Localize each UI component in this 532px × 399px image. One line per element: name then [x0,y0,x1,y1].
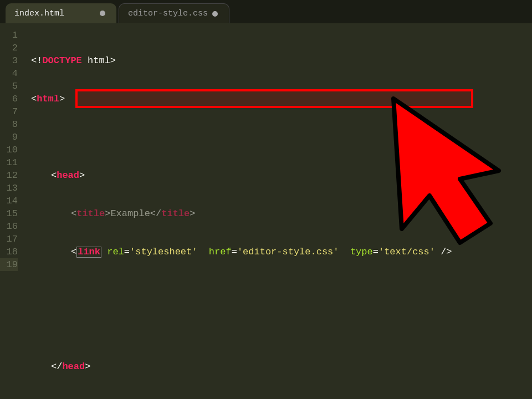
code-line-9: </head> [31,360,532,373]
tab-index-html[interactable]: index.html [6,3,116,23]
editor-pane: 1 2 3 4 5 6 7 8 9 10 11 12 13 14 15 16 1… [0,23,532,399]
code-line-6: <link rel='stylesheet' href='editor-styl… [31,245,532,258]
tab-editor-style-css[interactable]: editor-style.css [119,3,229,23]
line-number: 4 [0,67,18,80]
line-number: 9 [0,131,18,144]
line-number: 3 [0,54,18,67]
code-line-2: <html> [31,93,532,105]
line-number: 13 [0,182,18,195]
dirty-indicator-icon [100,11,105,16]
line-number: 19 [0,258,18,271]
line-number: 1 [0,29,18,42]
line-number: 17 [0,233,18,245]
code-line-7 [31,284,532,296]
line-number: 16 [0,220,18,233]
code-line-1: <!DOCTYPE html> [31,54,532,67]
code-line-5: <title>Example</title> [31,207,532,220]
dirty-indicator-icon [212,11,218,17]
line-number: 18 [0,245,18,258]
line-number: 2 [0,42,18,54]
tab-bar: index.html editor-style.css [0,0,532,23]
tab-label: editor-style.css [128,9,208,18]
code-line-4: <head> [31,169,532,182]
code-line-3 [31,131,532,144]
tab-label: index.html [14,9,64,18]
line-number: 5 [0,80,18,93]
line-number: 10 [0,144,18,156]
line-number: 11 [0,156,18,169]
code-line-8 [31,322,532,335]
line-number: 14 [0,195,18,207]
line-number: 15 [0,207,18,220]
line-number: 7 [0,105,18,118]
line-number: 8 [0,118,18,131]
line-number: 6 [0,93,18,105]
code-content[interactable]: <!DOCTYPE html> <html> <head> <title>Exa… [23,23,532,399]
line-number: 12 [0,169,18,182]
line-number-gutter: 1 2 3 4 5 6 7 8 9 10 11 12 13 14 15 16 1… [0,23,23,399]
